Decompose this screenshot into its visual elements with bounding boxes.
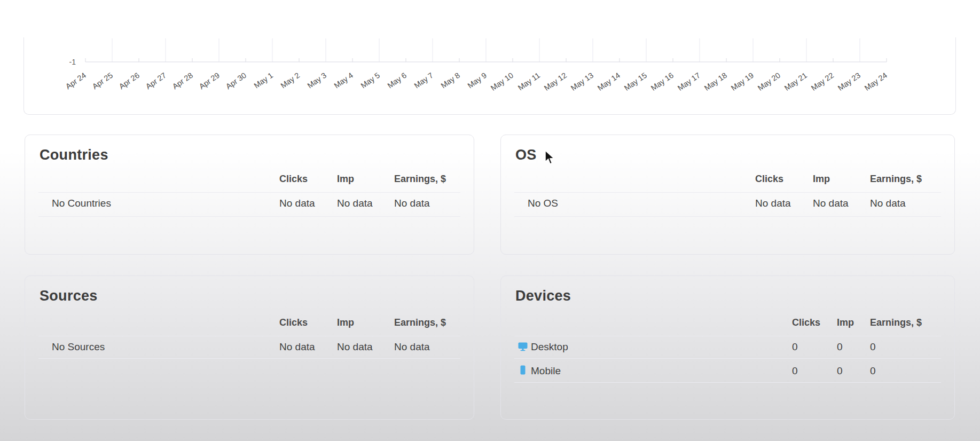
os-card: OS Clicks Imp Earnings, $ No OS No data … bbox=[500, 135, 955, 255]
sources-empty-label: No Sources bbox=[52, 341, 105, 353]
divider bbox=[38, 336, 460, 336]
os-empty-label: No OS bbox=[528, 198, 558, 209]
countries-clicks-value: No data bbox=[279, 198, 315, 209]
os-earnings-value: No data bbox=[870, 198, 906, 209]
dashboard-page: { "colors": { "device_icon_blue": "#4aad… bbox=[0, 0, 980, 441]
date-axis-chart[interactable]: -1Apr 24Apr 25Apr 26Apr 27Apr 28Apr 29Ap… bbox=[24, 37, 957, 115]
svg-text:May 23: May 23 bbox=[836, 71, 862, 92]
divider bbox=[38, 216, 460, 217]
svg-text:May 21: May 21 bbox=[783, 71, 809, 92]
sources-title: Sources bbox=[40, 288, 98, 304]
desktop-clicks-value: 0 bbox=[792, 341, 798, 353]
svg-text:May 1: May 1 bbox=[252, 71, 275, 90]
countries-header-earnings: Earnings, $ bbox=[394, 174, 446, 185]
mobile-earnings-value: 0 bbox=[870, 365, 876, 377]
device-label-desktop: Desktop bbox=[531, 341, 568, 353]
devices-title: Devices bbox=[515, 288, 571, 304]
desktop-icon bbox=[518, 341, 528, 352]
os-clicks-value: No data bbox=[755, 198, 791, 209]
device-label-mobile: Mobile bbox=[531, 365, 561, 377]
desktop-earnings-value: 0 bbox=[870, 341, 876, 353]
svg-text:Apr 24: Apr 24 bbox=[64, 71, 88, 91]
svg-text:May 18: May 18 bbox=[703, 71, 728, 92]
sources-header-earnings: Earnings, $ bbox=[394, 317, 446, 328]
svg-text:-1: -1 bbox=[69, 58, 76, 66]
countries-header-clicks: Clicks bbox=[279, 174, 308, 185]
divider bbox=[38, 358, 460, 359]
svg-text:Apr 30: Apr 30 bbox=[224, 71, 248, 91]
svg-text:Apr 25: Apr 25 bbox=[91, 71, 114, 91]
sources-clicks-value: No data bbox=[279, 341, 315, 353]
devices-header-imp: Imp bbox=[837, 317, 854, 328]
divider bbox=[514, 336, 941, 336]
svg-text:May 11: May 11 bbox=[516, 71, 542, 92]
sources-earnings-value: No data bbox=[394, 341, 430, 353]
svg-text:May 3: May 3 bbox=[305, 71, 328, 90]
countries-header-imp: Imp bbox=[337, 174, 354, 185]
svg-text:May 17: May 17 bbox=[676, 71, 702, 92]
svg-text:May 19: May 19 bbox=[730, 71, 755, 92]
os-header-imp: Imp bbox=[813, 174, 830, 185]
svg-text:May 14: May 14 bbox=[596, 71, 622, 92]
divider bbox=[38, 192, 460, 193]
divider bbox=[514, 192, 941, 193]
svg-text:May 16: May 16 bbox=[649, 71, 675, 92]
countries-card: Countries Clicks Imp Earnings, $ No Coun… bbox=[25, 135, 474, 255]
countries-empty-label: No Countries bbox=[52, 198, 111, 209]
countries-title: Countries bbox=[40, 147, 108, 163]
svg-text:May 9: May 9 bbox=[466, 71, 488, 90]
svg-text:May 24: May 24 bbox=[863, 71, 889, 92]
svg-text:May 5: May 5 bbox=[359, 71, 381, 90]
svg-text:May 13: May 13 bbox=[569, 71, 595, 92]
svg-text:May 4: May 4 bbox=[332, 71, 355, 90]
svg-text:May 6: May 6 bbox=[386, 71, 408, 90]
svg-text:May 20: May 20 bbox=[756, 71, 782, 92]
svg-text:May 22: May 22 bbox=[810, 71, 835, 92]
svg-text:May 10: May 10 bbox=[489, 71, 515, 92]
traffic-chart-panel: -1Apr 24Apr 25Apr 26Apr 27Apr 28Apr 29Ap… bbox=[23, 37, 956, 115]
countries-earnings-value: No data bbox=[394, 198, 430, 209]
svg-text:Apr 27: Apr 27 bbox=[144, 71, 168, 91]
divider bbox=[514, 216, 941, 217]
svg-text:May 7: May 7 bbox=[412, 71, 435, 90]
svg-text:Apr 29: Apr 29 bbox=[198, 71, 221, 91]
sources-card: Sources Clicks Imp Earnings, $ No Source… bbox=[25, 275, 474, 420]
svg-text:May 15: May 15 bbox=[623, 71, 648, 92]
os-header-earnings: Earnings, $ bbox=[870, 174, 922, 185]
svg-text:May 8: May 8 bbox=[439, 71, 461, 90]
devices-card: Devices Clicks Imp Earnings, $ Desktop 0… bbox=[500, 275, 955, 420]
desktop-imp-value: 0 bbox=[837, 341, 843, 353]
sources-header-clicks: Clicks bbox=[279, 317, 308, 328]
mobile-imp-value: 0 bbox=[837, 365, 843, 377]
svg-text:Apr 28: Apr 28 bbox=[171, 71, 194, 91]
mouse-cursor bbox=[544, 150, 556, 166]
countries-imp-value: No data bbox=[337, 198, 373, 209]
sources-header-imp: Imp bbox=[337, 317, 354, 328]
sources-imp-value: No data bbox=[337, 341, 373, 353]
svg-text:May 2: May 2 bbox=[279, 71, 301, 90]
svg-text:May 12: May 12 bbox=[543, 71, 568, 92]
divider bbox=[514, 382, 941, 383]
divider bbox=[514, 358, 941, 359]
devices-header-clicks: Clicks bbox=[792, 317, 820, 328]
mobile-icon bbox=[518, 365, 528, 375]
devices-header-earnings: Earnings, $ bbox=[870, 317, 922, 328]
mobile-clicks-value: 0 bbox=[792, 365, 798, 377]
svg-text:Apr 26: Apr 26 bbox=[117, 71, 141, 91]
os-imp-value: No data bbox=[813, 198, 849, 209]
os-header-clicks: Clicks bbox=[755, 174, 783, 185]
os-title: OS bbox=[515, 147, 537, 163]
